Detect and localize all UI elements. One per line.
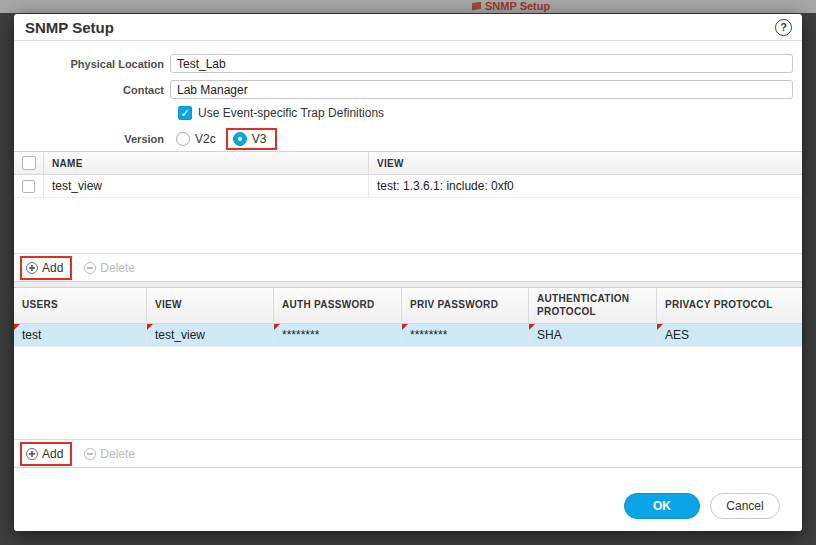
radio-v3-icon[interactable]	[233, 132, 247, 146]
users-table-row-selected[interactable]: test test_view ******** ******** SHA AES	[14, 324, 802, 347]
cell-privacy-protocol[interactable]: AES	[657, 324, 802, 346]
annotation-highlight-v3: V3	[226, 128, 278, 150]
select-all-cell	[14, 152, 44, 174]
contact-row: Contact	[14, 80, 793, 99]
row-select-cell	[14, 175, 44, 197]
users-table-actions: Add Delete	[14, 439, 802, 467]
users-table-empty-area	[14, 347, 802, 439]
background-page-strip: SNMP Setup	[0, 0, 816, 13]
version-radio-v3[interactable]: V3	[233, 132, 267, 146]
cell-priv-password[interactable]: ********	[402, 324, 529, 346]
minus-circle-icon	[84, 448, 96, 460]
physical-location-input[interactable]	[170, 54, 793, 73]
version-row: Version V2c V3	[14, 127, 793, 151]
help-icon[interactable]: ?	[775, 19, 792, 36]
cell-view-name[interactable]: test_view	[44, 175, 369, 197]
help-glyph: ?	[780, 21, 787, 33]
radio-v2c-label: V2c	[195, 132, 216, 146]
cell-user-view[interactable]: test_view	[147, 324, 274, 346]
delete-user-label: Delete	[100, 447, 135, 461]
plus-circle-icon	[26, 262, 38, 274]
delete-user-button[interactable]: Delete	[84, 447, 135, 461]
trap-definitions-label: Use Event-specific Trap Definitions	[198, 106, 384, 120]
snmp-setup-icon	[472, 2, 481, 11]
column-header-auth-password[interactable]: AUTH PASSWORD	[274, 288, 402, 323]
views-table: NAME VIEW test_view test: 1.3.6.1: inclu…	[14, 151, 802, 282]
version-radio-v2c[interactable]: V2c	[176, 132, 216, 146]
physical-location-row: Physical Location	[14, 54, 793, 73]
snmp-form: Physical Location Contact ✓ Use Event-sp…	[14, 41, 802, 151]
users-table-header: USERS VIEW AUTH PASSWORD PRIV PASSWORD A…	[14, 288, 802, 324]
dialog-title: SNMP Setup	[25, 19, 775, 36]
contact-input[interactable]	[170, 80, 793, 99]
cell-user-name[interactable]: test	[14, 324, 147, 346]
dialog-footer: OK Cancel	[14, 468, 802, 531]
version-label: Version	[14, 133, 170, 145]
views-table-empty-area	[14, 198, 802, 253]
add-user-button[interactable]: Add	[26, 447, 63, 461]
trap-definitions-row: ✓ Use Event-specific Trap Definitions	[178, 105, 793, 121]
column-header-priv-password[interactable]: PRIV PASSWORD	[402, 288, 529, 323]
annotation-highlight-add-user: Add	[20, 442, 72, 466]
add-user-label: Add	[42, 447, 63, 461]
plus-circle-icon	[26, 448, 38, 460]
cancel-button[interactable]: Cancel	[710, 493, 780, 519]
delete-view-button[interactable]: Delete	[84, 261, 135, 275]
minus-circle-icon	[84, 262, 96, 274]
snmp-setup-dialog: SNMP Setup ? Physical Location Contact ✓…	[14, 14, 802, 531]
dialog-header: SNMP Setup ?	[14, 14, 802, 41]
views-table-header: NAME VIEW	[14, 152, 802, 175]
column-header-name[interactable]: NAME	[44, 152, 369, 174]
background-snmp-setup-link: SNMP Setup	[472, 0, 550, 12]
add-view-label: Add	[42, 261, 63, 275]
column-header-authentication-protocol[interactable]: AUTHENTICATION PROTOCOL	[529, 288, 657, 323]
views-table-row[interactable]: test_view test: 1.3.6.1: include: 0xf0	[14, 175, 802, 198]
select-all-checkbox[interactable]	[22, 156, 36, 170]
column-header-user-view[interactable]: VIEW	[147, 288, 274, 323]
add-view-button[interactable]: Add	[26, 261, 63, 275]
cell-view-oid[interactable]: test: 1.3.6.1: include: 0xf0	[369, 175, 802, 197]
delete-view-label: Delete	[100, 261, 135, 275]
users-table: USERS VIEW AUTH PASSWORD PRIV PASSWORD A…	[14, 287, 802, 468]
radio-v2c-icon[interactable]	[176, 132, 190, 146]
column-header-users[interactable]: USERS	[14, 288, 147, 323]
annotation-highlight-add-view: Add	[20, 256, 72, 280]
column-header-view[interactable]: VIEW	[369, 152, 802, 174]
background-snmp-setup-label: SNMP Setup	[485, 0, 550, 12]
ok-button[interactable]: OK	[624, 493, 700, 519]
views-table-actions: Add Delete	[14, 253, 802, 281]
cell-auth-protocol[interactable]: SHA	[529, 324, 657, 346]
column-header-privacy-protocol[interactable]: PRIVACY PROTOCOL	[657, 288, 802, 323]
physical-location-label: Physical Location	[14, 58, 170, 70]
trap-definitions-checkbox[interactable]: ✓	[178, 106, 192, 120]
cell-auth-password[interactable]: ********	[274, 324, 402, 346]
row-select-checkbox[interactable]	[22, 180, 35, 193]
radio-v3-label: V3	[252, 132, 267, 146]
contact-label: Contact	[14, 84, 170, 96]
checkmark-icon: ✓	[180, 108, 189, 119]
